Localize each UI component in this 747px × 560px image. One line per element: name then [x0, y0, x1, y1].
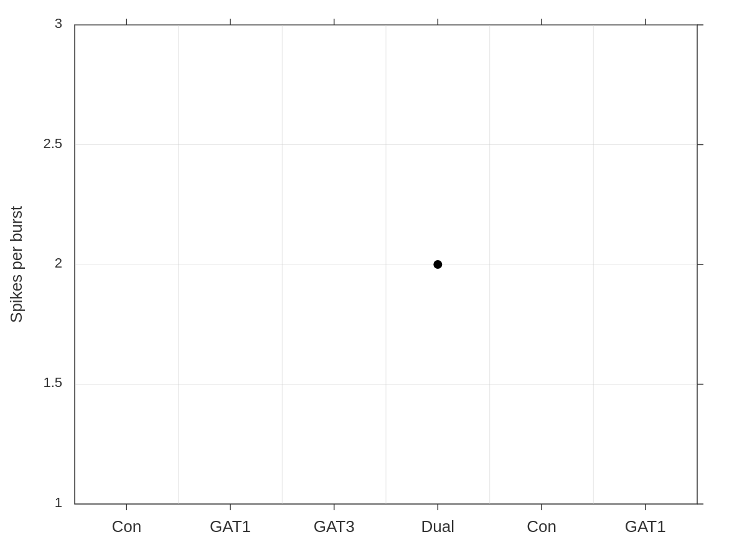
chart-container: 3 2.5 2 1.5 1 — [0, 0, 747, 560]
x-label-dual: Dual — [421, 517, 454, 536]
x-label-gat3: GAT3 — [314, 517, 355, 536]
x-label-con1: Con — [111, 517, 141, 536]
y-tick-label-3: 3 — [55, 16, 62, 31]
x-label-gat1: GAT1 — [210, 517, 251, 536]
x-label-con2: Con — [527, 517, 557, 536]
y-tick-label-1.5: 1.5 — [43, 375, 62, 390]
y-axis-label: Spikes per burst — [7, 205, 26, 323]
scatter-plot: 3 2.5 2 1.5 1 — [0, 0, 747, 560]
x-label-gat1-2: GAT1 — [625, 517, 666, 536]
y-tick-label-1: 1 — [55, 495, 62, 510]
y-tick-label-2: 2 — [55, 255, 62, 271]
y-tick-label-2.5: 2.5 — [43, 136, 62, 151]
data-point-dual — [433, 260, 442, 269]
